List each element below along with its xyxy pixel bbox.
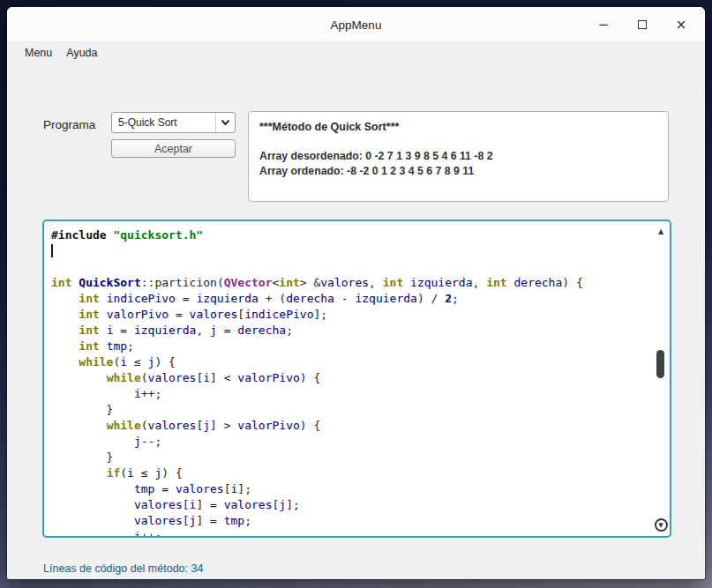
- maximize-button[interactable]: [627, 10, 657, 40]
- code-editor-scrollbar[interactable]: ▲ ▼: [654, 223, 668, 534]
- scroll-up-icon[interactable]: ▲: [658, 227, 663, 237]
- output-title: ***Método de Quick Sort***: [259, 121, 657, 133]
- output-unsorted-array: Array desordenado: 0 -2 7 1 3 9 8 5 4 6 …: [259, 149, 657, 164]
- program-label: Programa: [43, 118, 95, 131]
- scrollbar-track[interactable]: [654, 237, 668, 518]
- code-line: while(i ≤ j) {: [51, 354, 654, 370]
- maximize-icon: [638, 20, 647, 29]
- code-lines[interactable]: #include "quicksort.h" int QuickSort::pa…: [44, 221, 654, 536]
- status-line-count: Líneas de código del método: 34: [43, 562, 203, 575]
- minimize-icon: −: [598, 17, 610, 33]
- output-spacer: [259, 133, 657, 149]
- accept-button[interactable]: Aceptar: [111, 139, 236, 158]
- code-line: [51, 243, 654, 259]
- code-line: if(i ≤ j) {: [51, 465, 654, 481]
- code-line: }: [51, 450, 654, 465]
- combobox-value: 5-Quick Sort: [112, 116, 215, 129]
- output-sorted-array: Array ordenado: -8 -2 0 1 2 3 4 5 6 7 8 …: [259, 164, 657, 179]
- code-line: tmp = valores[i];: [51, 481, 654, 497]
- menu-item-ayuda[interactable]: Ayuda: [59, 45, 104, 61]
- menu-item-menu[interactable]: Menu: [18, 45, 59, 61]
- code-line: j--;: [51, 434, 654, 450]
- code-line: while(valores[j] > valorPivo) {: [51, 418, 654, 434]
- code-editor[interactable]: #include "quicksort.h" int QuickSort::pa…: [42, 220, 671, 538]
- code-line: int i = izquierda, j = derecha;: [51, 323, 654, 339]
- scroll-down-button[interactable]: ▼: [655, 518, 668, 532]
- scroll-down-icon: ▼: [658, 522, 663, 529]
- app-window: AppMenu − × Menu Ayuda Programa 5-Quick …: [7, 7, 705, 579]
- code-line: valores[j] = tmp;: [51, 513, 654, 529]
- code-line: int indicePivo = izquierda + (derecha - …: [51, 291, 654, 307]
- chevron-down-icon: [215, 113, 235, 132]
- output-panel[interactable]: ***Método de Quick Sort*** Array desorde…: [248, 111, 669, 202]
- minimize-button[interactable]: −: [588, 10, 618, 40]
- code-line: [51, 259, 654, 275]
- code-line: i++;: [51, 386, 654, 402]
- menubar: Menu Ayuda: [7, 42, 705, 63]
- desktop-background: AppMenu − × Menu Ayuda Programa 5-Quick …: [0, 0, 712, 588]
- code-line: #include "quicksort.h": [51, 227, 654, 243]
- code-line: int tmp;: [51, 339, 654, 354]
- code-line: while(valores[i] < valorPivo) {: [51, 370, 654, 386]
- code-line: }: [51, 402, 654, 418]
- code-line: i++;: [51, 529, 654, 538]
- window-controls: − ×: [580, 7, 696, 42]
- code-line: int valorPivo = valores[indicePivo];: [51, 307, 654, 323]
- scrollbar-thumb[interactable]: [656, 350, 664, 378]
- text-cursor: [51, 244, 53, 257]
- code-line: valores[i] = valores[j];: [51, 497, 654, 513]
- code-line: int QuickSort::particion(QVector<int> &v…: [51, 275, 654, 291]
- close-button[interactable]: ×: [666, 10, 696, 40]
- close-icon: ×: [676, 17, 687, 33]
- program-combobox[interactable]: 5-Quick Sort: [111, 112, 236, 133]
- titlebar[interactable]: AppMenu − ×: [7, 7, 705, 42]
